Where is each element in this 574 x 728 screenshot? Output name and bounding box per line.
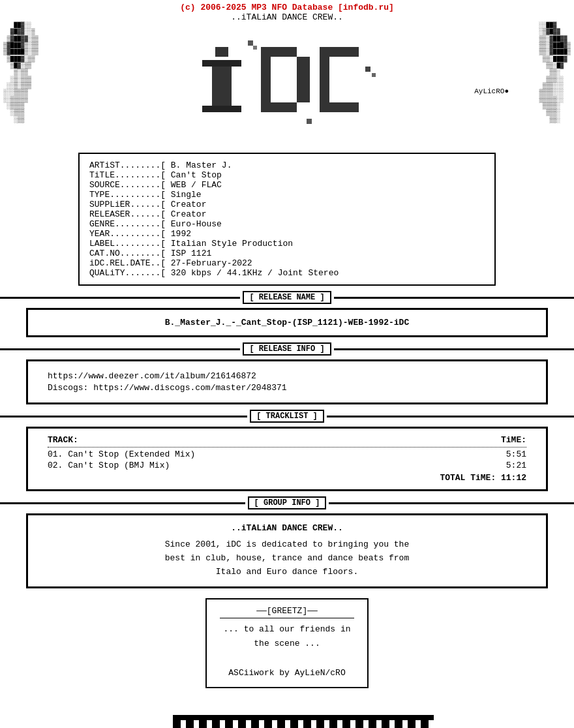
tracklist-content: TRACK: TiME: 01. Can't Stop (Extended Mi…: [35, 431, 539, 487]
svg-rect-3: [212, 67, 232, 106]
header-line-right4: [329, 502, 574, 504]
bottom-deco: [0, 698, 574, 728]
svg-rect-2: [202, 60, 241, 67]
svg-rect-21: [212, 720, 220, 728]
svg-rect-1: [215, 47, 228, 57]
svg-rect-24: [251, 720, 259, 728]
header-line-right3: [327, 416, 574, 417]
svg-rect-15: [365, 67, 370, 72]
release-info-section: https://www.deezer.com/it/album/21614687…: [26, 359, 548, 404]
main-content: ARTiST........[ B. Master J. TiTLE......…: [0, 153, 574, 728]
svg-rect-32: [355, 720, 363, 728]
tracklist-header-bar: [ TRACKLIST ]: [0, 410, 574, 423]
source-line: SOURCE........[ WEB / FLAC: [89, 180, 485, 190]
reldate-line: iDC.REL.DATE..[ 27-February-2022: [89, 258, 485, 268]
svg-rect-26: [277, 720, 285, 728]
svg-rect-12: [248, 40, 253, 46]
subtitle-text: ..iTALiAN DANCE CREW..: [0, 12, 574, 22]
track-2-time: 5:21: [506, 461, 526, 470]
left-side-art: ██▓░░ ▓█▓▓░░▒ ▒▓██▓▓░▒▒ ▒▓███▓▒░▒▒ ▒▓███…: [3, 22, 38, 123]
catno-line: CAT.NO........[ ISP 1121: [89, 249, 485, 258]
header-line-left4: [0, 502, 245, 504]
group-info-content: ..iTALiAN DANCE CREW.. Since 2001, iDC i…: [35, 518, 539, 584]
svg-rect-34: [382, 720, 389, 728]
release-info-line2: Discogs: https://www.discogs.com/master/…: [48, 383, 526, 393]
svg-rect-13: [253, 46, 257, 50]
svg-rect-36: [408, 720, 415, 728]
header-line-left3: [0, 416, 247, 417]
releaser-line: RELEASER......[ Creator: [89, 209, 485, 219]
track-row-1: 01. Can't Stop (Extended Mix) 5:51: [48, 449, 526, 459]
svg-rect-19: [186, 720, 194, 728]
info-box: ARTiST........[ B. Master J. TiTLE......…: [78, 153, 496, 286]
track-header: TRACK: TiME:: [48, 435, 526, 445]
supplier-line: SUPPLiER......[ Creator: [89, 200, 485, 209]
svg-rect-31: [342, 720, 350, 728]
quality-line: QUALiTY.......[ 320 kbps / 44.1KHz / Joi…: [89, 268, 485, 278]
svg-rect-30: [329, 720, 337, 728]
release-info-bracket: [ RELEASE INFO ]: [243, 342, 331, 356]
center-logo: [196, 34, 378, 141]
release-info-line1: https://www.deezer.com/it/album/21614687…: [48, 371, 526, 381]
release-info-header-bar: [ RELEASE INFO ]: [0, 342, 574, 356]
greetz-line1: ... to all our friends in: [223, 624, 350, 634]
page-wrapper: (c) 2006-2025 MP3 NFO Database [infodb.r…: [0, 0, 574, 728]
svg-rect-14: [307, 119, 312, 124]
track-2-title: 02. Can't Stop (BMJ Mix): [48, 461, 170, 470]
track-col-label: TRACK:: [48, 435, 78, 445]
group-name: ..iTALiAN DANCE CREW..: [48, 523, 526, 533]
svg-rect-7: [271, 102, 297, 112]
logo-svg: [196, 34, 378, 138]
right-side-art: ░░██▓ ░▒▓█▓▓ ▒▒░▓██▓▓ ▒▒░▓███▓▒ ▒▒░▓████…: [539, 22, 571, 123]
release-name-bracket: [ RELEASE NAME ]: [243, 291, 331, 304]
header-line-right: [334, 297, 574, 299]
track-1-time: 5:51: [506, 449, 526, 459]
svg-rect-22: [225, 720, 233, 728]
svg-rect-25: [264, 720, 272, 728]
header-line-left: [0, 297, 240, 299]
release-name-section: B._Master_J._-_Cant_Stop-(ISP_1121)-WEB-…: [26, 308, 548, 337]
svg-rect-35: [395, 720, 402, 728]
header: (c) 2006-2025 MP3 NFO Database [infodb.r…: [0, 0, 574, 22]
release-name-text: B._Master_J._-_Cant_Stop-(ISP_1121)-WEB-…: [35, 312, 539, 333]
tracklist-bracket: [ TRACKLIST ]: [250, 410, 324, 423]
svg-rect-11: [320, 47, 329, 112]
bottom-art-svg: [108, 708, 499, 728]
svg-rect-8: [297, 57, 310, 102]
time-col-label: TiME:: [501, 435, 526, 445]
title-line: TiTLE.........[ Can't Stop: [89, 170, 485, 180]
genre-line: GENRE.........[ Euro-House: [89, 219, 485, 229]
svg-rect-20: [199, 720, 207, 728]
svg-rect-4: [202, 106, 241, 112]
svg-rect-23: [238, 720, 246, 728]
greetz-content: ... to all our friends in the scene ... …: [220, 622, 354, 680]
release-name-header-bar: [ RELEASE NAME ]: [0, 291, 574, 304]
group-desc: Since 2001, iDC is dedicated to bringing…: [48, 538, 526, 579]
svg-rect-6: [271, 47, 297, 57]
greetz-line4: ASCiiwork by AyLieN/cRO: [228, 668, 345, 678]
svg-rect-18: [173, 720, 181, 728]
header-line-left2: [0, 348, 240, 350]
svg-rect-37: [421, 720, 429, 728]
tracklist-section: TRACK: TiME: 01. Can't Stop (Extended Mi…: [26, 427, 548, 491]
svg-rect-29: [316, 720, 324, 728]
svg-rect-28: [303, 720, 311, 728]
group-info-header-bar: [ GROUP INFO ]: [0, 496, 574, 509]
header-line-right2: [334, 348, 574, 350]
svg-rect-16: [372, 73, 376, 77]
type-line: TYPE..........[ Single: [89, 190, 485, 200]
aylicro-label: AyLicRO●: [474, 87, 509, 95]
copyright-text: (c) 2006-2025 MP3 NFO Database [infodb.r…: [0, 3, 574, 12]
svg-rect-33: [369, 720, 376, 728]
svg-rect-5: [261, 47, 271, 112]
group-info-section: ..iTALiAN DANCE CREW.. Since 2001, iDC i…: [26, 513, 548, 588]
ascii-art-area: ██▓░░ ▓█▓▓░░▒ ▒▓██▓▓░▒▒ ▒▓███▓▒░▒▒ ▒▓███…: [0, 22, 574, 153]
svg-rect-27: [290, 720, 298, 728]
track-divider: [48, 447, 526, 447]
year-line: YEAR..........[ 1992: [89, 229, 485, 239]
svg-rect-17: [173, 715, 434, 720]
greetz-wrapper: ——[GREETZ]—— ... to all our friends in t…: [0, 598, 574, 688]
release-info-content: https://www.deezer.com/it/album/21614687…: [35, 364, 539, 400]
label-line: LABEL.........[ Italian Style Production: [89, 239, 485, 249]
track-1-title: 01. Can't Stop (Extended Mix): [48, 449, 195, 459]
